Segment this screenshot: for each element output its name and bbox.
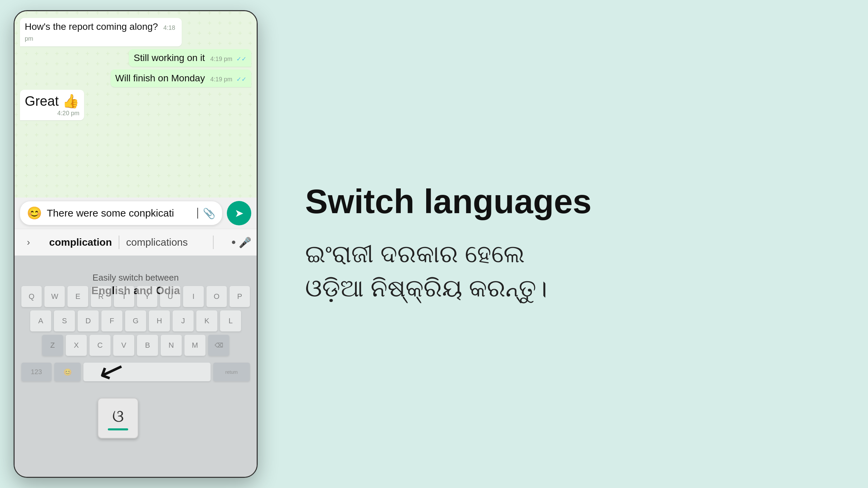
- mic-area: 🎤: [232, 237, 251, 248]
- key-g[interactable]: G: [125, 310, 146, 331]
- key-e[interactable]: E: [67, 286, 88, 307]
- key-d[interactable]: D: [78, 310, 99, 331]
- main-title: Switch languages: [305, 183, 834, 220]
- input-text[interactable]: There were some conpkicati: [47, 207, 192, 219]
- key-backspace[interactable]: ⌫: [208, 335, 229, 356]
- key-s[interactable]: S: [54, 310, 75, 331]
- key-return[interactable]: return: [213, 363, 250, 381]
- right-panel: Switch languages ଇଂରାଜୀ ଦରକାର ହେଲେ ଓଡ଼ିଆ…: [271, 0, 868, 488]
- key-n[interactable]: N: [161, 335, 182, 356]
- message-time-2: 4:19 pm: [210, 56, 232, 62]
- attachment-icon[interactable]: 📎: [203, 207, 215, 219]
- keyboard-rows: Q W E R T Y U I O P A S D F G H: [21, 286, 250, 381]
- odia-line2: ଓଡ଼ିଆ ନିଷ୍କ୍ରିୟ କରନ୍ତୁ।: [305, 274, 547, 302]
- expand-suggestions-button[interactable]: ›: [20, 234, 37, 251]
- key-y[interactable]: Y: [137, 286, 157, 307]
- phone-frame: How's the report coming along? 4:18 pm S…: [14, 10, 258, 478]
- keyboard-area: Easily switch between English and Odia Q…: [15, 256, 257, 478]
- suggestion-divider-2: [213, 236, 214, 249]
- left-panel: How's the report coming along? 4:18 pm S…: [0, 0, 271, 488]
- send-button[interactable]: ➤: [227, 201, 251, 225]
- key-i[interactable]: I: [183, 286, 203, 307]
- message-ticks-2: ✓✓: [236, 56, 246, 62]
- key-b[interactable]: B: [137, 335, 158, 356]
- suggestion-2[interactable]: complications: [119, 234, 195, 251]
- key-j[interactable]: J: [173, 310, 194, 331]
- odia-char-icon: ଓ: [112, 406, 124, 426]
- key-w[interactable]: W: [44, 286, 65, 307]
- key-m[interactable]: M: [184, 335, 205, 356]
- message-ticks-3: ✓✓: [236, 76, 246, 83]
- key-k[interactable]: K: [196, 310, 217, 331]
- message-sent-2: Will finish on Monday 4:19 pm ✓✓: [111, 69, 251, 87]
- keyboard-row-3: Z X C V B N M ⌫: [21, 335, 250, 356]
- key-r[interactable]: R: [91, 286, 111, 307]
- keyboard-row-1: Q W E R T Y U I O P: [21, 286, 250, 307]
- key-h[interactable]: H: [149, 310, 170, 331]
- expand-chevron-icon: ›: [27, 237, 30, 248]
- message-time-4: 4:20 pm: [57, 110, 79, 117]
- message-text-1: How's the report coming along?: [25, 21, 158, 32]
- key-x[interactable]: X: [66, 335, 87, 356]
- message-received-great: Great 👍 4:20 pm: [20, 90, 84, 120]
- key-o[interactable]: O: [206, 286, 227, 307]
- key-t[interactable]: T: [114, 286, 134, 307]
- message-text-4: Great 👍: [25, 94, 79, 108]
- chat-area: How's the report coming along? 4:18 pm S…: [15, 11, 257, 198]
- keyboard-row-2: A S D F G H J K L: [21, 310, 250, 331]
- emoji-icon[interactable]: 😊: [27, 206, 42, 220]
- message-sent-1: Still working on it 4:19 pm ✓✓: [129, 49, 251, 67]
- message-text-2: Still working on it: [134, 53, 205, 63]
- suggestion-1[interactable]: complication: [42, 234, 119, 251]
- spacebar-row: 123 😊 return: [21, 363, 250, 381]
- key-p[interactable]: P: [230, 286, 250, 307]
- language-key-indicator: [108, 428, 128, 430]
- autocomplete-bar: › complication complications 🎤: [15, 229, 257, 256]
- language-switch-key[interactable]: ଓ: [98, 398, 138, 439]
- message-time-3: 4:19 pm: [210, 76, 232, 83]
- odia-description: ଇଂରାଜୀ ଦରକାର ହେଲେ ଓଡ଼ିଆ ନିଷ୍କ୍ରିୟ କରନ୍ତୁ…: [305, 237, 834, 305]
- microphone-icon[interactable]: 🎤: [239, 237, 251, 248]
- key-a[interactable]: A: [30, 310, 51, 331]
- key-emoji[interactable]: 😊: [54, 363, 81, 381]
- arrow-indicator: ↙: [94, 349, 130, 391]
- key-123[interactable]: 123: [21, 363, 52, 381]
- key-z[interactable]: Z: [42, 335, 63, 356]
- text-cursor: [197, 208, 198, 219]
- key-u[interactable]: U: [160, 286, 180, 307]
- odia-line1: ଇଂରାଜୀ ଦରକାର ହେଲେ: [305, 240, 525, 267]
- message-received-1: How's the report coming along? 4:18 pm: [20, 18, 182, 46]
- key-l[interactable]: L: [220, 310, 241, 331]
- hint-line1: Easily switch between: [51, 272, 220, 283]
- message-input-bar[interactable]: 😊 There were some conpkicati 📎: [20, 201, 222, 225]
- key-f[interactable]: F: [101, 310, 122, 331]
- language-dot: [232, 241, 235, 244]
- message-text-3: Will finish on Monday: [115, 73, 205, 83]
- key-q[interactable]: Q: [21, 286, 42, 307]
- send-arrow-icon: ➤: [235, 207, 244, 220]
